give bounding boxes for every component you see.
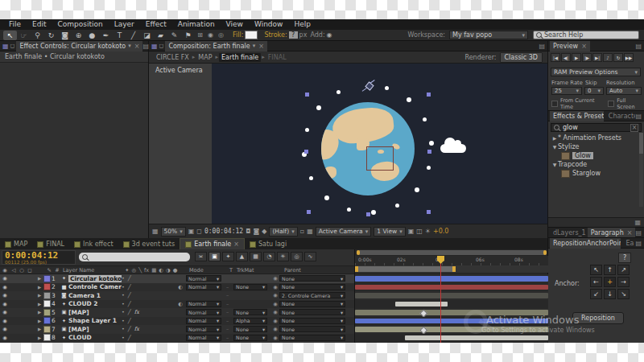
layer-track-8[interactable] [355,334,548,343]
twirl-icon[interactable]: ▼ [551,144,558,150]
tab-partial[interactable]: Ea [622,238,635,249]
collapse-switch[interactable]: ╱ [128,318,131,324]
parent-pickwhip-icon[interactable]: ◉ [271,318,279,324]
breadcrumb-earth-finale[interactable]: Earth finale [219,53,261,62]
collapse-switch[interactable]: ╱ [128,292,131,298]
timeline-tab-3d-event-tuts[interactable]: 3d event tuts [118,239,180,249]
workspace-select[interactable]: My fav popo ▾ [449,31,528,39]
panel-menu-icon[interactable]: ▤ [635,240,642,247]
layer-visibility-toggle[interactable]: ◉ [0,301,10,307]
collapse-switch[interactable]: ╱ [128,326,131,332]
parent-select[interactable]: 2. Controle Camera▾ [279,292,345,298]
quality-column-icon[interactable]: ╲ [138,267,142,274]
anchor-direction-8-button[interactable]: ↘ [617,289,630,299]
layer-track-2[interactable] [355,283,548,292]
layer-expand-arrow[interactable]: ▶ [35,335,43,340]
layer-switches[interactable]: •╱ [122,292,186,298]
layer-expand-arrow[interactable]: ▶ [35,319,43,323]
cloud-layer[interactable] [440,144,466,153]
panel-menu-icon[interactable]: ▤ [635,229,642,237]
motion-blur-icon[interactable]: ◔ [263,252,275,261]
effects-tree-item[interactable]: Glow [548,151,644,160]
timeline-tab-ink-effect[interactable]: Ink effect [69,239,118,249]
threed-column-icon[interactable]: ● [173,267,178,274]
show-snapshot-icon[interactable]: ◙ [253,228,259,235]
parent-select[interactable]: None▾ [279,335,345,341]
layer-expand-arrow[interactable]: ▶ [35,293,43,298]
shape-tool[interactable]: ● [85,31,99,40]
effects-tree-item[interactable]: ▶* Animation Presets [548,134,644,142]
current-time-display[interactable]: 0:00:04:12 00112 (25.00 fps) [2,250,76,265]
mode-select[interactable]: Normal▾ [186,275,221,282]
layer-name[interactable]: [MAP] [68,309,122,316]
new-folder-icon[interactable]: ▦ [634,219,641,226]
layer-bar[interactable] [355,293,548,298]
layer-visibility-toggle[interactable]: ◉ [0,335,10,341]
menu-effect[interactable]: Effect [140,19,172,30]
eraser-tool[interactable]: ▰ [154,31,167,40]
mode-select[interactable]: Normal▾ [186,301,221,307]
parent-select[interactable]: None▾ [279,309,345,315]
hand-tool[interactable]: ☞ [17,31,31,40]
layer-name[interactable]: Shape Layer 1 [68,317,122,324]
axis-world-icon[interactable]: ◉ [205,31,216,40]
rotation-tool[interactable]: ↻ [44,31,58,40]
effects-column-icon[interactable]: fx [144,267,149,274]
quality-switch[interactable]: • [122,275,125,282]
live-update-icon[interactable]: ▣ [208,252,221,261]
anchor-direction-2-button[interactable]: ↗ [617,265,630,275]
mode-select[interactable]: Normal▾ [186,284,221,290]
layer-switches[interactable]: •╱ [122,318,186,324]
selection-handle[interactable] [427,93,431,97]
menu-view[interactable]: View [221,19,249,30]
timeline-search-input[interactable] [79,253,190,261]
selection-handle[interactable] [305,93,309,97]
renderer-button[interactable]: Classic 3D [500,52,543,63]
selection-tool[interactable]: ↖ [3,31,17,40]
effects-tree-item[interactable]: Starglow [548,169,644,178]
tab-reposition-anchor-point[interactable]: RepositionAnchorPoint × [550,238,621,249]
collapse-switch[interactable]: ╱ [128,309,131,315]
parent-pickwhip-icon[interactable]: ◉ [271,301,279,307]
quality-switch[interactable]: • [122,318,125,324]
first-frame-button[interactable]: |◀ [551,53,560,62]
close-icon[interactable]: × [134,43,140,50]
layer-row-7[interactable]: ◉▶7▣[MAP]•╱fxNormal▾–None▾◉None▾ [0,325,354,334]
panel-lock-icon[interactable]: ◻ [10,43,15,49]
trkmat-select[interactable]: None▾ [233,284,267,290]
motion-blur-column-icon[interactable]: ◐ [159,267,163,274]
adjustment-column-icon[interactable]: ◑ [166,267,171,274]
reposition-button[interactable]: Reposition [572,312,624,324]
resolution-select[interactable]: (Half)▾ [269,227,297,237]
fast-previews-icon[interactable]: ▣ [408,228,415,235]
menu-help[interactable]: Help [288,19,316,30]
layer-expand-arrow[interactable]: ▶ [35,327,43,331]
layer-color-swatch[interactable] [43,292,52,299]
parent-pickwhip-icon[interactable]: ◉ [271,292,279,298]
mask-visibility-icon[interactable]: ◻ [196,228,202,235]
menu-window[interactable]: Window [249,19,289,30]
channels-icon[interactable]: ◆ [262,228,266,235]
puppet-pin-tool[interactable]: ⚑ [181,31,195,40]
menu-edit[interactable]: Edit [27,19,52,30]
layer-row-6[interactable]: ◉▶6✦Shape Layer 1•╱Normal▾–Alpha▾◉None▾ [0,317,354,326]
comp-flowchart-icon[interactable]: ◫ [416,228,423,235]
draft-3d-icon[interactable]: ✦ [222,252,234,261]
tab-composition[interactable]: Composition: Earth finale ▾ × [165,41,267,51]
clear-search-icon[interactable]: × [630,124,638,132]
menu-layer[interactable]: Layer [109,19,140,30]
quality-switch[interactable]: • [122,301,125,307]
shy-column-icon[interactable]: ✦ [125,267,129,274]
camera-view-select[interactable]: Active Camera▾ [316,227,372,237]
layer-visibility-toggle[interactable]: ◉ [0,309,10,315]
layer-color-swatch[interactable] [43,275,52,282]
view-layout-select[interactable]: 1 View▾ [374,227,405,237]
full-screen-checkbox[interactable] [608,101,614,107]
breadcrumb-circle-fx[interactable]: CIRCLE FX [154,53,192,62]
tab-preview[interactable]: Preview × [550,41,590,51]
selection-handle[interactable] [427,210,431,214]
tab-effect-controls[interactable]: Effect Controls: Circular kotokoto ▾ × [16,41,142,51]
last-frame-button[interactable]: ▶| [592,53,602,62]
help-button[interactable]: ? [618,253,631,263]
layer-bar[interactable] [355,276,548,282]
